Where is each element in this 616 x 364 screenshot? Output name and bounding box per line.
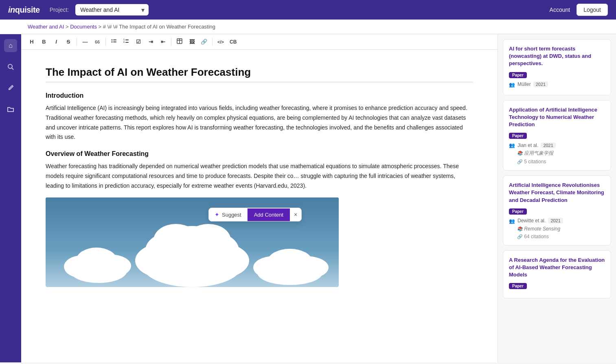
svg-point-26 bbox=[76, 248, 117, 274]
toolbar-strikethrough[interactable]: S bbox=[63, 37, 74, 46]
ref-author-1: Müller bbox=[517, 81, 531, 87]
ref-journal-icon-3 bbox=[517, 226, 523, 232]
ref-title-4[interactable]: A Research Agenda for the Evaluation of … bbox=[509, 257, 605, 279]
toolbar-hr[interactable]: — bbox=[79, 37, 91, 46]
sidebar: ⌂ bbox=[0, 34, 21, 362]
sidebar-item-search[interactable] bbox=[4, 60, 17, 73]
svg-rect-9 bbox=[125, 42, 129, 43]
intro-paragraph: Artificial Intelligence (AI) is increasi… bbox=[46, 103, 473, 142]
ref-author-2: Jian et al. bbox=[517, 143, 538, 148]
ref-year-1: 2021 bbox=[533, 81, 548, 87]
toolbar-sep-3 bbox=[171, 38, 171, 46]
ref-journal-2: 应用气象学报 bbox=[517, 150, 605, 157]
suggest-button[interactable]: ✦ Suggest bbox=[209, 208, 248, 221]
main-layout: ⌂ H B I S — 66 bbox=[0, 34, 616, 362]
ref-journal-3: Remote Sensing bbox=[517, 226, 605, 232]
document-title: The Impact of AI on Weather Forecasting bbox=[46, 66, 473, 79]
suggest-label: Suggest bbox=[222, 212, 241, 218]
floating-toolbar: ✦ Suggest Add Content × bbox=[208, 208, 302, 221]
reference-card-2: Application of Artificial Intelligence T… bbox=[503, 100, 611, 171]
toolbar-clipboard[interactable]: CB bbox=[227, 37, 239, 46]
reference-card-4: A Research Agenda for the Evaluation of … bbox=[503, 250, 611, 299]
toolbar-outdent[interactable]: ⇤ bbox=[157, 37, 169, 46]
ref-citations-3: 64 citations bbox=[517, 233, 605, 239]
editor-container: H B I S — 66 1.2. ☑ ⇥ ⇤ 🖼 🔗 </> bbox=[21, 34, 498, 362]
ref-badge-2: Paper bbox=[509, 133, 527, 139]
svg-rect-7 bbox=[125, 39, 129, 40]
breadcrumb-project-link[interactable]: Weather and AI bbox=[28, 24, 64, 30]
svg-rect-3 bbox=[113, 39, 116, 40]
sidebar-item-folder[interactable] bbox=[4, 103, 17, 116]
svg-text:2.: 2. bbox=[123, 41, 125, 43]
toolbar-sep-1 bbox=[77, 38, 77, 46]
toolbar-table[interactable] bbox=[174, 37, 185, 47]
ref-title-1[interactable]: AI for short term forecasts (nowcasting)… bbox=[509, 45, 605, 68]
toolbar-sep-2 bbox=[105, 38, 106, 46]
svg-point-2 bbox=[112, 39, 113, 41]
toolbar-heading[interactable]: H bbox=[26, 37, 37, 46]
ref-title-2[interactable]: Application of Artificial Intelligence T… bbox=[509, 106, 605, 129]
svg-line-1 bbox=[12, 68, 13, 70]
ref-citation-icon-2 bbox=[517, 158, 523, 164]
account-button[interactable]: Account bbox=[550, 7, 570, 13]
ref-author-icon-1 bbox=[509, 81, 515, 88]
section-heading-intro: Introduction bbox=[46, 92, 473, 99]
svg-point-0 bbox=[8, 64, 12, 68]
breadcrumb-rest: > # \# \# The Impact of AI on Weather Fo… bbox=[99, 24, 216, 30]
ref-citations-2: 5 citations bbox=[517, 158, 605, 164]
project-label: Project: bbox=[50, 7, 69, 13]
title-divider bbox=[46, 82, 473, 82]
breadcrumb-sep1: > bbox=[66, 24, 70, 30]
toolbar-bold[interactable]: B bbox=[38, 37, 50, 46]
logout-button[interactable]: Logout bbox=[577, 4, 608, 16]
breadcrumb: Weather and AI > Documents > # \# \# The… bbox=[0, 20, 616, 34]
project-selector[interactable]: Weather and AI bbox=[75, 4, 149, 15]
svg-point-30 bbox=[267, 249, 312, 275]
ref-meta-3: Dewitte et al. 2021 bbox=[509, 218, 605, 224]
toolbar-link[interactable]: 🔗 bbox=[198, 37, 210, 46]
toolbar-code-block[interactable]: </> bbox=[215, 38, 226, 46]
ref-meta-2: Jian et al. 2021 bbox=[509, 142, 605, 148]
ref-author-icon-3 bbox=[509, 218, 515, 224]
ref-badge-3: Paper bbox=[509, 208, 527, 215]
ref-badge-4: Paper bbox=[509, 283, 527, 289]
svg-point-4 bbox=[112, 42, 113, 43]
add-content-button[interactable]: Add Content bbox=[248, 208, 290, 221]
breadcrumb-documents-link[interactable]: Documents bbox=[70, 24, 97, 30]
editor-toolbar: H B I S — 66 1.2. ☑ ⇥ ⇤ 🖼 🔗 </> bbox=[21, 34, 498, 50]
reference-card-1: AI for short term forecasts (nowcasting)… bbox=[503, 39, 611, 95]
ref-year-3: 2021 bbox=[548, 218, 563, 224]
overview-paragraph: Weather forecasting has traditionally de… bbox=[46, 162, 473, 191]
top-navigation: inquisite Project: Weather and AI Accoun… bbox=[0, 0, 616, 20]
toolbar-tasklist[interactable]: ☑ bbox=[133, 37, 144, 46]
toolbar-ordered-list[interactable]: 1.2. bbox=[121, 37, 132, 47]
toolbar-sep-4 bbox=[212, 38, 213, 46]
project-selector-wrapper: Weather and AI bbox=[75, 4, 149, 15]
ref-year-2: 2021 bbox=[541, 143, 555, 148]
ref-badge-1: Paper bbox=[509, 72, 527, 78]
ref-author-3: Dewitte et al. bbox=[517, 218, 546, 224]
sidebar-item-edit[interactable] bbox=[4, 81, 17, 94]
close-floating-toolbar[interactable]: × bbox=[290, 208, 301, 221]
ref-journal-icon-2 bbox=[517, 150, 523, 156]
ref-meta-1: Müller 2021 bbox=[509, 81, 605, 88]
references-panel: AI for short term forecasts (nowcasting)… bbox=[498, 34, 616, 362]
toolbar-indent[interactable]: ⇥ bbox=[145, 37, 156, 46]
sidebar-item-home[interactable]: ⌂ bbox=[4, 39, 17, 52]
toolbar-blockquote[interactable]: 66 bbox=[92, 38, 103, 46]
ref-author-icon-2 bbox=[509, 142, 515, 148]
section-heading-overview: Overview of Weather Forecasting bbox=[46, 150, 473, 158]
app-logo: inquisite bbox=[8, 5, 40, 15]
reference-card-3: Artificial Intelligence Revolutionises W… bbox=[503, 175, 611, 246]
ref-citation-icon-3 bbox=[517, 233, 523, 239]
toolbar-bullet-list[interactable] bbox=[108, 37, 120, 47]
toolbar-image[interactable]: 🖼 bbox=[186, 37, 197, 46]
editor-content[interactable]: The Impact of AI on Weather Forecasting … bbox=[21, 50, 498, 362]
svg-point-22 bbox=[186, 224, 231, 257]
suggest-icon: ✦ bbox=[215, 211, 219, 218]
svg-rect-5 bbox=[113, 42, 116, 42]
toolbar-italic[interactable]: I bbox=[50, 37, 62, 46]
ref-title-3[interactable]: Artificial Intelligence Revolutionises W… bbox=[509, 182, 605, 204]
